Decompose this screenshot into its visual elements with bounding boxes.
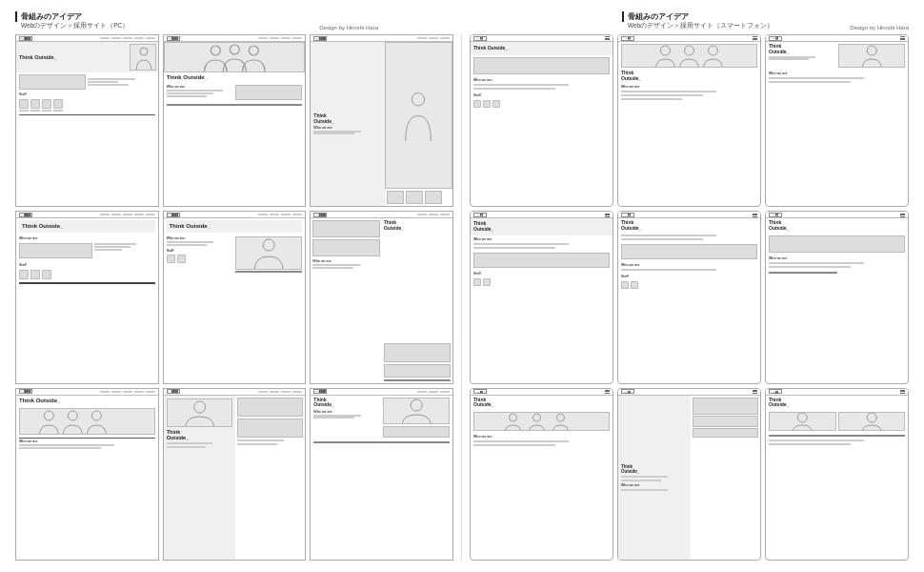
staff-face bbox=[19, 270, 29, 279]
ham-line bbox=[605, 214, 610, 215]
wf-logo: VA ██ bbox=[621, 213, 634, 217]
hero-text-3: ThinkOutside_ bbox=[313, 113, 381, 125]
svg-point-7 bbox=[68, 411, 77, 420]
who-we-are: Who we are bbox=[621, 483, 688, 487]
wf-body: Think Outside_ bbox=[16, 396, 158, 560]
wf-logo: VA ██ bbox=[473, 213, 487, 217]
text-block bbox=[237, 443, 277, 445]
text-block bbox=[312, 267, 352, 269]
ham-line bbox=[605, 39, 610, 40]
text-block bbox=[88, 81, 118, 83]
img-bottom bbox=[384, 343, 451, 362]
wf-body: Who we are Staff bbox=[471, 55, 613, 207]
header-row: 骨組みのアイデア Webのデザイン＞採用サイト（PC） Design by Hi… bbox=[15, 11, 909, 31]
hero-text: ThinkOutside_ bbox=[621, 220, 757, 232]
staff-item bbox=[177, 255, 186, 263]
text-block bbox=[19, 444, 114, 446]
text-block bbox=[621, 91, 716, 92]
sp-nav: VA ██ bbox=[766, 212, 908, 218]
wf-body: Who we are ThinkOutside_ bbox=[311, 218, 452, 382]
svg-point-3 bbox=[249, 46, 258, 55]
svg-point-13 bbox=[709, 46, 718, 55]
nav-link bbox=[146, 391, 155, 393]
who-we-are: Who we are bbox=[19, 236, 155, 240]
ham-line bbox=[753, 39, 757, 40]
sp-nav: VA ██ bbox=[618, 35, 760, 42]
text-block bbox=[473, 84, 569, 86]
img-mid bbox=[312, 239, 379, 256]
staff-face bbox=[53, 99, 63, 109]
wf-body: Think Outside_ Who we are Staff bbox=[164, 218, 306, 382]
nav-link bbox=[134, 391, 144, 393]
ham-line bbox=[900, 36, 905, 37]
figure bbox=[769, 412, 836, 431]
hero-text: ThinkOutside_ bbox=[621, 464, 688, 474]
staff-label: Staff bbox=[473, 93, 610, 97]
pc-nav: VA ████ bbox=[164, 389, 306, 396]
text-block bbox=[19, 447, 101, 449]
sp-card-3-3: VA ██ ThinkOutside_ bbox=[765, 388, 909, 561]
text-block bbox=[167, 92, 213, 94]
wf-body: ThinkOutside_ bbox=[164, 396, 306, 560]
ham-line bbox=[753, 390, 757, 391]
hero-text: ThinkOutside_ bbox=[769, 44, 836, 55]
staff-item bbox=[53, 99, 63, 112]
svg-point-16 bbox=[533, 414, 541, 421]
ham-line bbox=[753, 214, 757, 214]
staff-face bbox=[30, 99, 40, 109]
img bbox=[473, 57, 610, 74]
staff-face bbox=[19, 99, 29, 109]
who-we-are: Who we are bbox=[621, 85, 757, 89]
hamburger-icon bbox=[605, 36, 610, 40]
nav-link bbox=[146, 214, 155, 215]
credit-right: Design by Hiroshi Hara bbox=[850, 25, 909, 31]
wf-logo: VA ████ bbox=[19, 36, 32, 41]
right-header-title: 骨組みのアイデア bbox=[622, 11, 773, 22]
text-block bbox=[313, 133, 354, 134]
nav-link bbox=[417, 214, 427, 215]
staff-item bbox=[30, 270, 40, 279]
staff-face bbox=[42, 99, 51, 109]
figure bbox=[838, 44, 906, 68]
img-placeholder bbox=[235, 85, 302, 100]
nav-links bbox=[417, 214, 450, 215]
wf-body: ThinkOutside_ Who we are bbox=[311, 42, 452, 206]
staff-text bbox=[30, 110, 40, 112]
who-we-are: Who we are bbox=[313, 410, 380, 414]
img-top bbox=[237, 398, 303, 417]
staff-label: Staff bbox=[167, 249, 233, 253]
svg-point-17 bbox=[557, 414, 565, 421]
pc-nav: VA ████ bbox=[16, 389, 158, 396]
text-block bbox=[769, 439, 864, 441]
nav-link bbox=[134, 37, 144, 39]
hamburger-icon bbox=[900, 214, 905, 217]
figure-placeholder bbox=[235, 236, 302, 270]
wf-body: ThinkOutside_ bbox=[766, 396, 908, 560]
hero-text: ThinkOutside_ bbox=[313, 398, 380, 409]
nav-links bbox=[258, 37, 302, 39]
pc-card-1-3: VA ████ ThinkOutside_ Who we are bbox=[310, 34, 453, 207]
staff-item bbox=[483, 278, 491, 286]
left-header-title: 骨組みのアイデア bbox=[15, 11, 129, 22]
staff-label: Staff bbox=[621, 275, 757, 278]
wf-body: Think Outside_ Who we are bbox=[16, 218, 158, 382]
nav-link bbox=[123, 214, 132, 215]
nav-link bbox=[281, 37, 291, 39]
ham-line bbox=[900, 390, 905, 391]
figure-right bbox=[385, 42, 452, 189]
hero-text-2: Think Outside_ bbox=[167, 74, 303, 81]
who-we-are: Who we are bbox=[621, 263, 757, 267]
text-block bbox=[313, 417, 353, 419]
text-block bbox=[769, 77, 864, 79]
content-area: VA ████ Think Outside_ bbox=[15, 34, 909, 561]
nav-link bbox=[270, 391, 279, 393]
img bbox=[383, 426, 450, 438]
staff-face bbox=[177, 255, 186, 263]
svg-point-6 bbox=[44, 411, 53, 420]
text-block bbox=[473, 444, 555, 446]
svg-point-18 bbox=[797, 413, 807, 422]
staff-item bbox=[621, 281, 629, 289]
wf-logo: VA ██ bbox=[473, 389, 487, 394]
section-divider bbox=[461, 34, 462, 561]
hero-text: Think Outside_ bbox=[19, 54, 57, 60]
